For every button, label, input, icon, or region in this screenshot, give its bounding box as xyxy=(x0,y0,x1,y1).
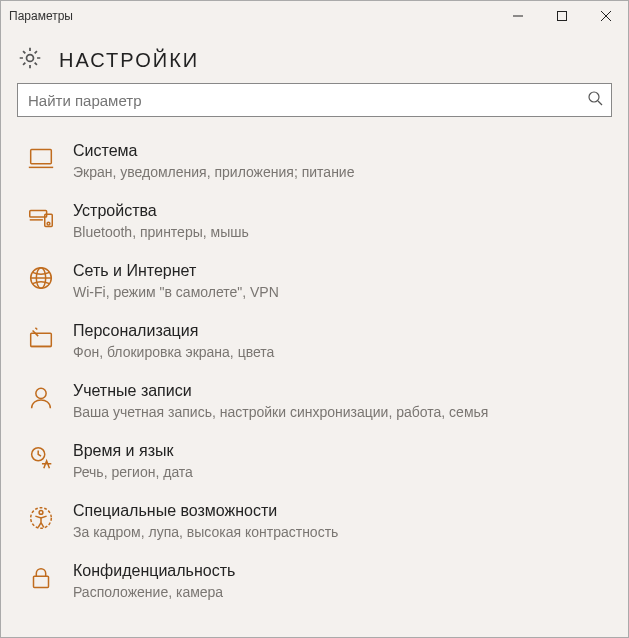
personalization-icon xyxy=(21,321,61,353)
item-title: Специальные возможности xyxy=(73,501,338,521)
settings-item-system[interactable]: Система Экран, уведомления, приложения; … xyxy=(1,131,628,191)
svg-point-4 xyxy=(27,55,34,62)
settings-item-devices[interactable]: Устройства Bluetooth, принтеры, мышь xyxy=(1,191,628,251)
lock-icon xyxy=(21,561,61,593)
settings-item-ease-of-access[interactable]: Специальные возможности За кадром, лупа,… xyxy=(1,491,628,551)
svg-point-21 xyxy=(39,511,43,515)
settings-item-network[interactable]: Сеть и Интернет Wi-Fi, режим "в самолете… xyxy=(1,251,628,311)
svg-rect-1 xyxy=(558,12,567,21)
svg-point-18 xyxy=(36,388,46,398)
search-icon xyxy=(587,90,603,110)
item-title: Время и язык xyxy=(73,441,193,461)
search-input[interactable] xyxy=(18,84,611,116)
gear-icon xyxy=(17,45,43,75)
window-title: Параметры xyxy=(9,9,73,23)
item-desc: Wi-Fi, режим "в самолете", VPN xyxy=(73,283,279,301)
item-title: Учетные записи xyxy=(73,381,488,401)
maximize-button[interactable] xyxy=(540,1,584,31)
minimize-button[interactable] xyxy=(496,1,540,31)
settings-item-personalization[interactable]: Персонализация Фон, блокировка экрана, ц… xyxy=(1,311,628,371)
item-desc: Bluetooth, принтеры, мышь xyxy=(73,223,249,241)
item-desc: Расположение, камера xyxy=(73,583,235,601)
devices-icon xyxy=(21,201,61,233)
item-desc: Фон, блокировка экрана, цвета xyxy=(73,343,274,361)
system-icon xyxy=(21,141,61,173)
titlebar: Параметры xyxy=(1,1,628,31)
settings-item-privacy[interactable]: Конфиденциальность Расположение, камера xyxy=(1,551,628,611)
settings-item-accounts[interactable]: Учетные записи Ваша учетная запись, наст… xyxy=(1,371,628,431)
item-desc: Ваша учетная запись, настройки синхрониз… xyxy=(73,403,488,421)
settings-item-time-language[interactable]: Время и язык Речь, регион, дата xyxy=(1,431,628,491)
globe-icon xyxy=(21,261,61,293)
settings-list: Система Экран, уведомления, приложения; … xyxy=(1,131,628,611)
item-title: Устройства xyxy=(73,201,249,221)
close-button[interactable] xyxy=(584,1,628,31)
ease-of-access-icon xyxy=(21,501,61,533)
search-box[interactable] xyxy=(17,83,612,117)
item-desc: Экран, уведомления, приложения; питание xyxy=(73,163,354,181)
item-title: Сеть и Интернет xyxy=(73,261,279,281)
item-desc: Речь, регион, дата xyxy=(73,463,193,481)
svg-rect-22 xyxy=(34,576,49,587)
time-language-icon xyxy=(21,441,61,473)
accounts-icon xyxy=(21,381,61,413)
svg-rect-16 xyxy=(31,333,52,346)
svg-point-11 xyxy=(47,222,50,225)
svg-line-6 xyxy=(598,101,602,105)
item-title: Система xyxy=(73,141,354,161)
svg-point-5 xyxy=(589,92,599,102)
page-title: НАСТРОЙКИ xyxy=(59,49,199,72)
svg-rect-7 xyxy=(31,150,52,164)
item-title: Конфиденциальность xyxy=(73,561,235,581)
item-desc: За кадром, лупа, высокая контрастность xyxy=(73,523,338,541)
page-header: НАСТРОЙКИ xyxy=(1,31,628,83)
item-title: Персонализация xyxy=(73,321,274,341)
